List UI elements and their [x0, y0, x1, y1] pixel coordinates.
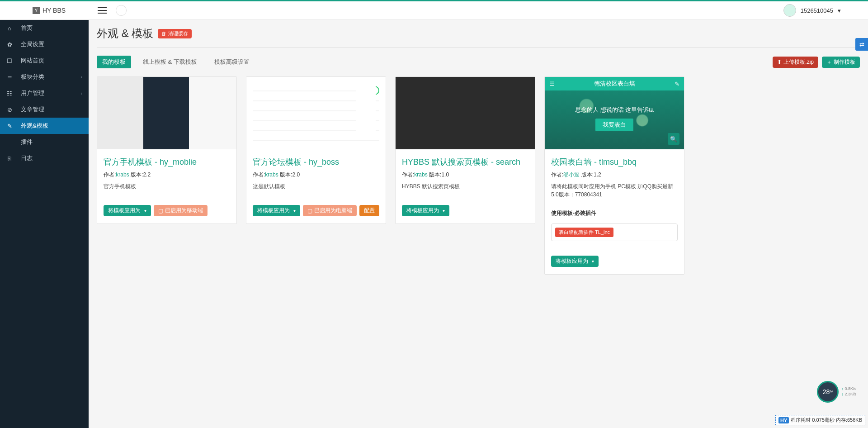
sidebar-item-2[interactable]: ☐网站首页	[0, 52, 89, 69]
logo-icon: Y	[33, 7, 40, 14]
upload-template-button[interactable]: ⬆ 上传模板.zip	[773, 57, 818, 68]
tab-1[interactable]: 线上模板 & 下载模板	[137, 56, 203, 68]
sidebar-item-8[interactable]: ⎘日志	[0, 150, 89, 166]
page-header: 外观 & 模板 🗑 清理缓存	[97, 26, 860, 48]
template-meta: 作者:邬小逗 版本:1.2	[551, 171, 678, 179]
tab-0[interactable]: 我的模板	[97, 56, 131, 68]
debug-text: 程序耗时 0.075毫秒 内存:658KB	[791, 417, 862, 423]
nav-icon: ☷	[6, 90, 13, 97]
template-card-2: HYBBS 默认搜索页模板 - search作者:krabs 版本:1.0HYB…	[395, 76, 535, 224]
nav-label: 全局设置	[21, 40, 44, 48]
nav-label: 用户管理	[21, 89, 44, 97]
thumb-headline: 思念的人 想说的话 这里告诉ta	[575, 106, 654, 114]
template-meta: 作者:krabs 版本:2.0	[253, 171, 379, 179]
user-avatar-icon[interactable]	[783, 4, 796, 17]
chevron-right-icon: ›	[81, 91, 82, 96]
tabs-row: 我的模板线上模板 & 下载模板模板高级设置 ⬆ 上传模板.zip ＋ 制作模板	[97, 56, 860, 68]
thumb-cta: 我要表白	[595, 119, 633, 131]
menu-toggle-icon[interactable]	[98, 5, 108, 16]
side-widget-icon[interactable]: ⇄	[855, 38, 868, 51]
apply-template-button[interactable]: 将模板应用为	[402, 205, 449, 216]
nav-label: 插件	[21, 138, 33, 146]
nav-icon: ⌂	[6, 25, 13, 32]
author-prefix: 作者:	[104, 171, 116, 178]
top-bar: Y HY BBS 1526510045 ▾	[0, 0, 868, 20]
username[interactable]: 1526510045	[801, 7, 833, 14]
nav-icon: ⎘	[6, 155, 13, 162]
make-label: 制作模板	[834, 58, 855, 66]
template-desc: 请将此模板同时应用为手机 PC模板 加QQ购买最新5.0版本：770804341	[551, 182, 678, 199]
device-icon: ▢	[158, 208, 163, 214]
template-thumbnail[interactable]	[246, 77, 386, 149]
apply-template-button[interactable]: 将模板应用为	[253, 205, 300, 216]
nav-label: 日志	[21, 154, 33, 162]
tab-2[interactable]: 模板高级设置	[209, 56, 255, 68]
author-prefix: 作者:	[253, 171, 265, 178]
nav-icon: ☐	[6, 57, 13, 64]
template-meta: 作者:krabs 版本:1.0	[402, 171, 528, 179]
sidebar-item-4[interactable]: ☷用户管理›	[0, 85, 89, 101]
config-button[interactable]: 配置	[359, 205, 379, 216]
template-title[interactable]: HYBBS 默认搜索页模板 - search	[402, 157, 528, 167]
nav-icon: ✎	[6, 123, 13, 129]
template-thumbnail[interactable]	[97, 77, 236, 149]
upload-label: 上传模板.zip	[783, 58, 814, 66]
chevron-down-icon[interactable]: ▾	[838, 7, 841, 14]
template-thumbnail[interactable]	[396, 77, 535, 149]
apply-template-button[interactable]: 将模板应用为	[104, 205, 151, 216]
enabled-badge-button[interactable]: ▢ 已启用为电脑端	[303, 205, 357, 216]
sidebar-item-1[interactable]: ✿全局设置	[0, 36, 89, 52]
template-title[interactable]: 官方论坛模板 - hy_boss	[253, 157, 379, 167]
search-icon: 🔍	[668, 133, 679, 145]
nav-icon: ✿	[6, 41, 13, 48]
sidebar: ⌂首页✿全局设置☐网站首页≣板块分类›☷用户管理›⊘文章管理✎外观&模板插件⎘日…	[0, 20, 89, 428]
author-name[interactable]: krabs	[414, 171, 427, 178]
meter-percent: 28	[823, 388, 830, 395]
meter-down: 2.3K/s	[841, 392, 856, 397]
sidebar-item-0[interactable]: ⌂首页	[0, 20, 89, 36]
nav-label: 板块分类	[21, 73, 44, 81]
nav-icon: ≣	[6, 74, 13, 81]
template-meta: 作者:krabs 版本:2.2	[104, 171, 230, 179]
debug-bar: HY 程序耗时 0.075毫秒 内存:658KB	[775, 415, 865, 425]
version-prefix: 版本:	[131, 171, 143, 178]
author-name[interactable]: krabs	[116, 171, 129, 178]
author-name[interactable]: krabs	[265, 171, 278, 178]
meter-circle: 28%	[817, 381, 839, 403]
template-title[interactable]: 校园表白墙 - tlmsu_bbq	[551, 157, 678, 167]
sidebar-item-7[interactable]: 插件	[0, 134, 89, 150]
card-actions: 将模板应用为 ▢ 已启用为移动端	[104, 194, 230, 216]
version-value: 1.2	[594, 171, 601, 178]
right-actions: ⬆ 上传模板.zip ＋ 制作模板	[773, 57, 860, 68]
nav-label: 文章管理	[21, 105, 44, 114]
avatar-placeholder[interactable]	[116, 5, 127, 16]
chevron-right-icon: ›	[81, 75, 82, 80]
card-actions: 将模板应用为 ▢ 已启用为电脑端 配置	[253, 194, 379, 216]
sidebar-item-5[interactable]: ⊘文章管理	[0, 101, 89, 118]
make-template-button[interactable]: ＋ 制作模板	[822, 57, 860, 68]
main-content: 外观 & 模板 🗑 清理缓存 我的模板线上模板 & 下载模板模板高级设置 ⬆ 上…	[89, 20, 868, 428]
author-prefix: 作者:	[551, 171, 563, 178]
author-name[interactable]: 邬小逗	[563, 171, 580, 178]
version-prefix: 版本:	[581, 171, 594, 178]
template-title[interactable]: 官方手机模板 - hy_moblie	[104, 157, 230, 167]
sidebar-item-6[interactable]: ✎外观&模板	[0, 118, 89, 134]
sidebar-item-3[interactable]: ≣板块分类›	[0, 69, 89, 85]
nav-label: 网站首页	[21, 57, 44, 65]
version-value: 1.0	[441, 171, 449, 178]
meter-stats: 0.8K/s 2.3K/s	[841, 386, 856, 397]
hamburger-icon: ☰	[549, 81, 555, 87]
brand-logo[interactable]: Y HY BBS	[0, 7, 89, 14]
apply-template-button[interactable]: 将模板应用为	[551, 256, 599, 267]
clear-cache-button[interactable]: 🗑 清理缓存	[158, 29, 192, 38]
device-icon: ▢	[307, 208, 312, 214]
performance-meter: 28% 0.8K/s 2.3K/s	[817, 381, 856, 403]
plugin-tag[interactable]: 表白墙配置插件 TL_inc	[555, 228, 613, 237]
meter-unit: %	[830, 390, 833, 394]
thumb-bar-title: 德清校区表白墙	[594, 80, 635, 88]
author-prefix: 作者:	[402, 171, 414, 178]
brand-text: HY BBS	[42, 7, 66, 14]
version-prefix: 版本:	[429, 171, 441, 178]
enabled-badge-button[interactable]: ▢ 已启用为移动端	[154, 205, 208, 216]
template-thumbnail[interactable]: ☰德清校区表白墙✎思念的人 想说的话 这里告诉ta我要表白🔍	[545, 77, 684, 149]
